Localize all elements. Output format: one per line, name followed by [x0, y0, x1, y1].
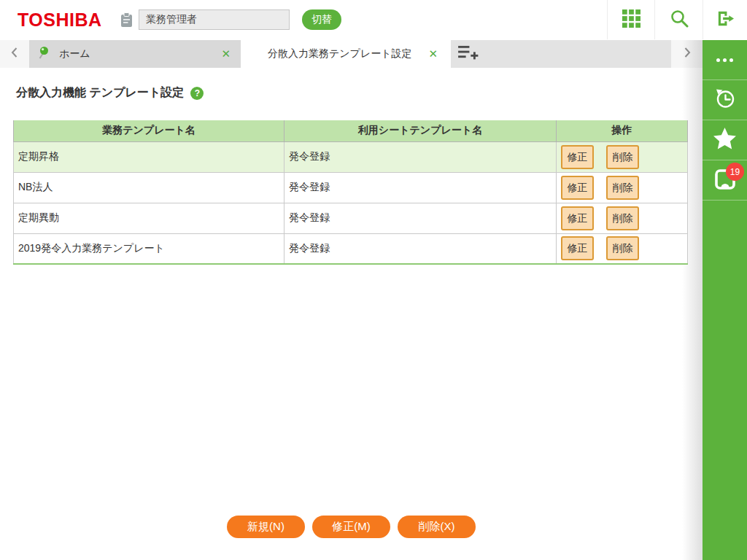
footer-button-edit[interactable]: 修正(M) — [312, 516, 390, 538]
sidebar-favorites-button[interactable] — [703, 120, 747, 160]
column-header-sheet-template-name: 利用シートテンプレート名 — [285, 120, 557, 141]
row-edit-button[interactable]: 修正 — [561, 176, 594, 200]
footer-button-new[interactable]: 新規(N) — [227, 516, 305, 538]
table-header-row: 業務テンプレート名 利用シートテンプレート名 操作 — [14, 120, 688, 141]
tab-scroll-left-button[interactable] — [0, 40, 29, 68]
history-icon — [713, 87, 737, 113]
cell-actions: 修正 削除 — [557, 172, 688, 203]
clipboard-icon — [120, 12, 133, 31]
table-row[interactable]: 定期昇格 発令登録 修正 削除 — [14, 141, 688, 172]
row-edit-button[interactable]: 修正 — [561, 206, 594, 230]
tab-home-close-icon[interactable]: ✕ — [220, 47, 232, 61]
cell-sheet-template-name: 発令登録 — [285, 141, 557, 172]
row-delete-button[interactable]: 削除 — [606, 176, 639, 200]
row-edit-button[interactable]: 修正 — [561, 236, 594, 260]
cell-sheet-template-name: 発令登録 — [285, 172, 557, 203]
templates-table: 業務テンプレート名 利用シートテンプレート名 操作 定期昇格 発令登録 修正 削… — [13, 120, 687, 265]
sidebar-notifications-button[interactable]: 19 — [703, 160, 747, 201]
pin-icon — [38, 46, 49, 62]
cell-template-name: 定期昇格 — [14, 141, 285, 172]
toshiba-logo: TOSHIBA — [18, 9, 102, 31]
tab-bar: ホーム ✕ 分散入力業務テンプレート設定 ✕ — [0, 40, 703, 68]
right-sidebar: 19 — [703, 40, 747, 560]
menu-dots-icon — [716, 58, 733, 62]
chevron-right-icon — [682, 45, 692, 63]
add-tab-icon — [457, 44, 479, 63]
footer-button-delete[interactable]: 削除(X) — [398, 516, 476, 538]
star-icon — [713, 127, 737, 153]
add-tab-button[interactable] — [451, 40, 484, 68]
column-header-template-name: 業務テンプレート名 — [14, 120, 285, 141]
row-delete-button[interactable]: 削除 — [606, 206, 639, 230]
row-delete-button[interactable]: 削除 — [606, 236, 639, 260]
table-row[interactable]: 定期異動 発令登録 修正 削除 — [14, 203, 688, 233]
title-row: 分散入力機能 テンプレート設定 ? — [16, 85, 204, 101]
tab-home-label: ホーム — [49, 47, 220, 61]
logout-icon — [716, 9, 735, 31]
cell-actions: 修正 削除 — [557, 233, 688, 264]
row-delete-button[interactable]: 削除 — [606, 145, 639, 169]
app-header: TOSHIBA 切替 — [0, 0, 747, 40]
help-button[interactable]: ? — [190, 87, 204, 100]
app-grid-icon — [622, 9, 640, 31]
chevron-left-icon — [9, 45, 20, 63]
search-icon — [670, 9, 689, 31]
content-edge-shadow — [682, 40, 703, 560]
tab-template-settings[interactable]: 分散入力業務テンプレート設定 ✕ — [241, 40, 451, 68]
footer-actions: 新規(N)修正(M)削除(X) — [0, 516, 703, 538]
logout-button[interactable] — [703, 0, 747, 39]
table-row[interactable]: NB法人 発令登録 修正 削除 — [14, 172, 688, 203]
sidebar-history-button[interactable] — [703, 80, 747, 120]
cell-actions: 修正 削除 — [557, 203, 688, 233]
cell-sheet-template-name: 発令登録 — [285, 203, 557, 233]
table-row[interactable]: 2019発令入力業務テンプレート 発令登録 修正 削除 — [14, 233, 688, 264]
app-window: TOSHIBA 切替 — [0, 0, 747, 560]
tab-home[interactable]: ホーム ✕ — [29, 40, 241, 68]
cell-template-name: 2019発令入力業務テンプレート — [14, 233, 285, 264]
tab-template-settings-label: 分散入力業務テンプレート設定 — [252, 47, 427, 61]
page-title: 分散入力機能 テンプレート設定 — [16, 85, 184, 101]
notification-badge: 19 — [726, 163, 744, 181]
cell-actions: 修正 削除 — [557, 141, 688, 172]
column-header-actions: 操作 — [557, 120, 688, 141]
cell-template-name: 定期異動 — [14, 203, 285, 233]
tab-strip-filler — [451, 40, 671, 68]
switch-role-button[interactable]: 切替 — [302, 9, 341, 30]
search-button[interactable] — [654, 0, 703, 39]
tab-template-settings-close-icon[interactable]: ✕ — [427, 47, 439, 61]
role-input[interactable] — [139, 9, 290, 30]
cell-template-name: NB法人 — [14, 172, 285, 203]
tab-scroll-right-button[interactable] — [671, 40, 703, 68]
app-grid-button[interactable] — [607, 0, 654, 39]
row-edit-button[interactable]: 修正 — [561, 145, 594, 169]
cell-sheet-template-name: 発令登録 — [285, 233, 557, 264]
sidebar-menu-button[interactable] — [703, 40, 747, 80]
